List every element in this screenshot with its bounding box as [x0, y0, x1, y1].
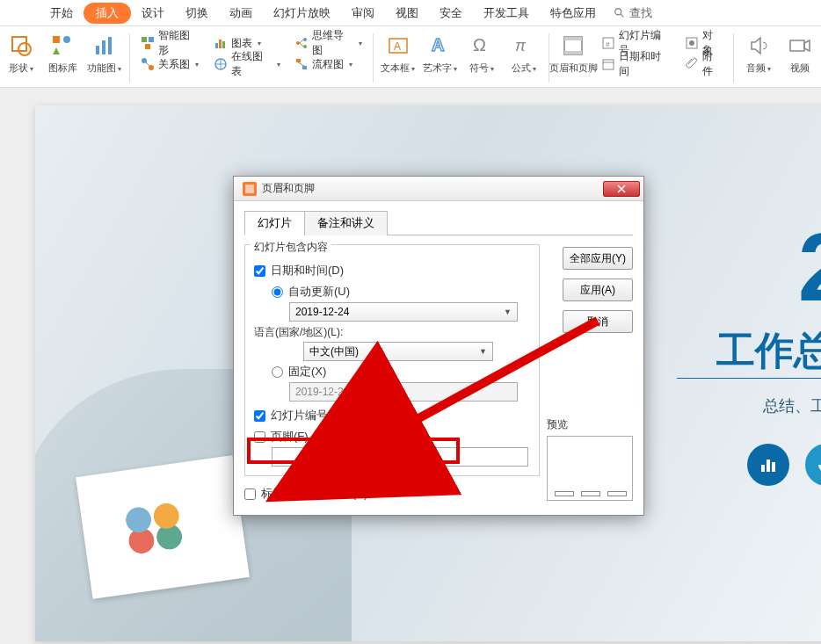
checkbox-dontshowtitle-input[interactable] [244, 488, 256, 500]
svg-text:Ω: Ω [473, 35, 486, 54]
tab-slideshow[interactable]: 幻灯片放映 [263, 1, 341, 25]
svg-rect-38 [603, 60, 614, 69]
slidenumber-icon: # [601, 36, 615, 50]
svg-rect-44 [761, 465, 765, 472]
close-icon [617, 185, 626, 193]
select-language[interactable]: 中文(中国)▼ [303, 342, 493, 361]
slide-divider [677, 378, 821, 379]
apply-all-button[interactable]: 全部应用(Y) [563, 247, 633, 270]
attachment-icon [685, 57, 699, 71]
tool-attachment[interactable]: 附件 [681, 54, 726, 74]
tab-special[interactable]: 特色应用 [540, 1, 607, 25]
wordart-icon: A [428, 33, 453, 58]
svg-text:π: π [515, 37, 527, 54]
close-button[interactable] [603, 181, 640, 197]
lang-label: 语言(国家/地区)(L): [254, 322, 530, 342]
svg-text:A: A [432, 35, 444, 54]
tab-insert[interactable]: 插入 [84, 3, 131, 24]
svg-rect-7 [96, 46, 99, 54]
tab-design[interactable]: 设计 [131, 1, 175, 25]
tool-audio[interactable]: 音频▾ [737, 32, 779, 88]
svg-rect-42 [790, 40, 804, 51]
apply-button[interactable]: 应用(A) [563, 279, 633, 301]
tool-funcchart[interactable]: 功能图▾ [84, 32, 126, 88]
shape-icon [9, 33, 33, 58]
svg-marker-6 [53, 47, 60, 54]
cancel-button[interactable]: 取消 [563, 310, 633, 333]
fieldset-label: 幻灯片包含内容 [251, 240, 331, 255]
svg-point-20 [296, 41, 300, 45]
slide-subtitle: 总结、工作汇报、述 [763, 395, 821, 416]
slide-icon-bar [747, 444, 789, 486]
ribbon-tabs: 开始 插入 设计 切换 动画 幻灯片放映 审阅 视图 安全 开发工具 特色应用 … [0, 0, 821, 26]
tool-headerfooter[interactable]: 页眉和页脚 [552, 32, 594, 88]
tool-datetime[interactable]: 日期和时间 [598, 54, 674, 74]
checkbox-datetime-input[interactable] [254, 265, 265, 277]
radio-fixed-input[interactable] [272, 366, 283, 378]
tool-mindmap[interactable]: 思维导图▾ [291, 33, 366, 53]
search-icon [614, 7, 626, 19]
svg-rect-8 [102, 40, 105, 54]
input-footer-text[interactable] [272, 447, 528, 467]
input-fixed-date [289, 382, 518, 402]
mindmap-icon [294, 36, 309, 50]
svg-rect-17 [219, 40, 222, 48]
tool-onlinechart[interactable]: 在线图表▾ [210, 54, 285, 74]
datetime-icon [601, 57, 615, 71]
svg-line-23 [300, 40, 303, 43]
checkbox-footer-input[interactable] [254, 431, 265, 443]
svg-rect-46 [772, 462, 775, 472]
tool-iconlib[interactable]: 图标库 [41, 32, 83, 88]
preview-rect [547, 436, 633, 501]
radio-fixed[interactable]: 固定(X) [254, 361, 530, 382]
svg-rect-18 [222, 41, 225, 48]
dialog-tab-notes[interactable]: 备注和讲义 [304, 211, 388, 235]
checkbox-datetime[interactable]: 日期和时间(D) [254, 260, 530, 281]
fieldset-content: 幻灯片包含内容 日期和时间(D) 自动更新(U) 2019-12-24▼ 语言(… [244, 244, 540, 476]
checkbox-slidenumber[interactable]: 幻灯片编号(N) [254, 405, 530, 426]
radio-autoupdate-input[interactable] [272, 286, 283, 298]
tool-smartart[interactable]: 智能图形 [137, 33, 203, 53]
checkbox-footer[interactable]: 页脚(F) [254, 426, 530, 447]
svg-text:A: A [394, 40, 401, 53]
select-date[interactable]: 2019-12-24▼ [289, 302, 518, 322]
search-box[interactable]: 查找 [614, 5, 652, 21]
tab-transition[interactable]: 切换 [175, 1, 219, 25]
slide-title: 工作总结P [716, 325, 821, 377]
svg-marker-43 [804, 40, 810, 51]
tab-start[interactable]: 开始 [40, 1, 84, 25]
tool-flowchart[interactable]: 流程图▾ [291, 54, 366, 74]
header-footer-dialog: 页眉和页脚 幻灯片 备注和讲义 幻灯片包含内容 日期和时间(D) 自动更新(U) [233, 176, 644, 516]
symbol-icon: Ω [469, 33, 494, 58]
tool-video[interactable]: 视频 [780, 32, 821, 88]
svg-text:#: # [606, 40, 610, 48]
svg-point-21 [303, 38, 307, 41]
tool-textbox[interactable]: A 文本框▾ [377, 32, 419, 88]
tool-equation[interactable]: π 公式▾ [503, 32, 544, 88]
svg-rect-25 [296, 59, 301, 62]
tab-security[interactable]: 安全 [429, 1, 473, 25]
tool-relation[interactable]: 关系图▾ [137, 54, 203, 74]
svg-line-1 [621, 13, 624, 17]
svg-rect-51 [245, 185, 254, 193]
svg-rect-10 [142, 37, 147, 42]
tool-shape[interactable]: 形状▾ [0, 32, 41, 88]
svg-line-24 [300, 43, 303, 47]
headerfooter-icon [561, 33, 585, 58]
radio-autoupdate[interactable]: 自动更新(U) [254, 281, 530, 302]
preview-box: 预览 [547, 417, 633, 501]
svg-rect-16 [215, 43, 218, 48]
dialog-titlebar[interactable]: 页眉和页脚 [234, 177, 643, 201]
tab-developer[interactable]: 开发工具 [473, 1, 540, 25]
slide-notebook-graphic [76, 455, 250, 599]
dialog-tabs: 幻灯片 备注和讲义 [244, 210, 633, 235]
dialog-tab-slide[interactable]: 幻灯片 [244, 211, 305, 235]
tab-view[interactable]: 视图 [385, 1, 429, 25]
video-icon [788, 33, 812, 58]
checkbox-slidenumber-input[interactable] [254, 410, 265, 422]
tab-review[interactable]: 审阅 [341, 1, 385, 25]
tool-symbol[interactable]: Ω 符号▾ [461, 32, 503, 88]
tab-animation[interactable]: 动画 [219, 1, 263, 25]
tool-wordart[interactable]: A 艺术字▾ [419, 32, 461, 88]
equation-icon: π [512, 33, 536, 58]
